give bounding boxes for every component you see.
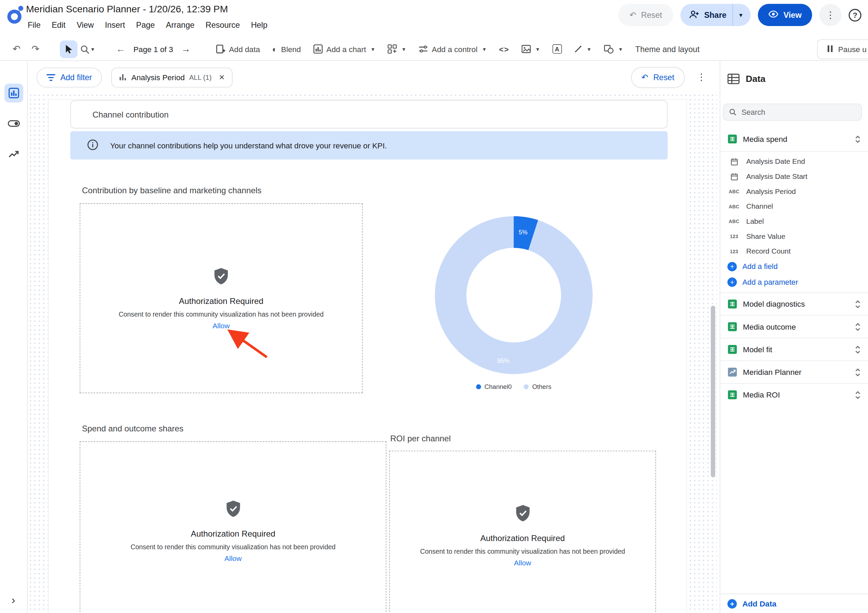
donut-svg bbox=[431, 212, 597, 378]
unfold-more-icon[interactable] bbox=[855, 345, 861, 354]
add-parameter-button[interactable]: + Add a parameter bbox=[720, 274, 868, 290]
embed-code-button[interactable]: <> bbox=[494, 40, 515, 59]
analysis-period-filter-chip[interactable]: Analysis Period ALL (1) ✕ bbox=[111, 67, 232, 87]
insert-text-button[interactable]: A bbox=[547, 40, 567, 59]
menu-view[interactable]: View bbox=[71, 18, 99, 31]
canvas-scrollbar[interactable] bbox=[711, 306, 715, 477]
legend-label-channel0: Channel0 bbox=[484, 383, 512, 390]
menu-help[interactable]: Help bbox=[245, 18, 273, 31]
view-button[interactable]: View bbox=[758, 4, 812, 26]
rail-report-charts-button[interactable] bbox=[4, 84, 23, 102]
chevron-down-icon: ▼ bbox=[90, 46, 95, 52]
legend-item-others[interactable]: Others bbox=[524, 383, 551, 390]
contribution-visualization-placeholder[interactable]: Authorization Required Consent to render… bbox=[80, 203, 363, 393]
search-icon bbox=[729, 108, 736, 116]
field-analysis-date-start[interactable]: Analysis Date Start bbox=[720, 169, 868, 184]
page-indicator[interactable]: Page 1 of 3 bbox=[130, 45, 176, 53]
report-title[interactable]: Meridian Scenario Planner - 1/20/26, 12:… bbox=[26, 3, 228, 15]
collapse-icon[interactable] bbox=[855, 135, 861, 143]
allow-link[interactable]: Allow bbox=[224, 554, 242, 562]
field-share-value[interactable]: 123 Share Value bbox=[720, 228, 868, 244]
source-media-outcome[interactable]: Media outcome bbox=[720, 315, 868, 338]
undo-button[interactable]: ↶ bbox=[8, 40, 26, 58]
zoom-tool-button[interactable]: ▼ bbox=[78, 40, 96, 58]
field-analysis-period[interactable]: ABC Analysis Period bbox=[720, 184, 868, 199]
source-name: Media outcome bbox=[743, 323, 796, 331]
menu-page[interactable]: Page bbox=[130, 18, 160, 31]
insert-image-button[interactable]: ▼ bbox=[516, 40, 546, 59]
legend-item-channel0[interactable]: Channel0 bbox=[476, 383, 512, 390]
info-banner: Your channel contributions help you unde… bbox=[70, 131, 668, 159]
unfold-more-icon[interactable] bbox=[855, 391, 861, 399]
add-data-source-button[interactable]: + Add Data bbox=[720, 593, 868, 613]
add-control-button[interactable]: Add a control ▼ bbox=[413, 40, 493, 59]
donut-chart[interactable]: 5% 95% Channel0 Others bbox=[431, 212, 597, 390]
add-data-label: Add Data bbox=[742, 599, 776, 608]
prev-page-button[interactable]: ← bbox=[112, 40, 129, 58]
insert-line-button[interactable]: ▼ bbox=[568, 40, 597, 59]
menu-resource[interactable]: Resource bbox=[200, 18, 246, 31]
add-chart-button[interactable]: Add a chart ▼ bbox=[308, 40, 381, 59]
menu-arrange[interactable]: Arrange bbox=[160, 18, 200, 31]
field-record-count[interactable]: 123 Record Count bbox=[720, 244, 868, 259]
add-field-button[interactable]: + Add a field bbox=[720, 259, 868, 274]
source-media-roi[interactable]: Media ROI bbox=[720, 383, 868, 406]
add-community-widget-button[interactable]: ▼ bbox=[382, 40, 412, 59]
menu-file[interactable]: File bbox=[22, 18, 46, 31]
field-channel[interactable]: ABC Channel bbox=[720, 199, 868, 214]
filter-reset-button[interactable]: ↶ Reset bbox=[631, 67, 685, 88]
help-button[interactable]: ? bbox=[848, 9, 861, 21]
add-data-icon bbox=[216, 44, 225, 53]
bar-chart-icon bbox=[119, 74, 127, 81]
data-icon bbox=[728, 74, 740, 84]
channel-contribution-card[interactable]: Channel contribution bbox=[70, 100, 668, 129]
search-input[interactable] bbox=[742, 108, 856, 116]
add-parameter-label: Add a parameter bbox=[742, 278, 798, 286]
unfold-more-icon[interactable] bbox=[855, 323, 861, 331]
remove-filter-icon[interactable]: ✕ bbox=[219, 73, 225, 81]
roi-visualization-placeholder[interactable]: Authorization Required Consent to render… bbox=[389, 451, 656, 613]
add-filter-button[interactable]: Add filter bbox=[37, 67, 102, 87]
chevron-down-icon: ▼ bbox=[401, 46, 406, 52]
primary-source-row[interactable]: Media spend bbox=[720, 129, 868, 149]
rail-expand-button[interactable]: › bbox=[0, 593, 27, 607]
add-chart-icon bbox=[313, 44, 322, 53]
menu-edit[interactable]: Edit bbox=[46, 18, 71, 31]
source-model-fit[interactable]: Model fit bbox=[720, 338, 868, 360]
field-name: Label bbox=[746, 217, 764, 225]
menu-insert[interactable]: Insert bbox=[99, 18, 130, 31]
annotation-arrow bbox=[224, 325, 275, 363]
next-page-button[interactable]: → bbox=[177, 40, 195, 58]
share-label: Share bbox=[704, 11, 727, 20]
allow-link[interactable]: Allow bbox=[514, 559, 531, 567]
rail-trend-button[interactable] bbox=[4, 144, 23, 163]
roi-section-title: ROI per channel bbox=[390, 433, 451, 443]
theme-layout-button[interactable]: Theme and layout bbox=[629, 40, 705, 59]
insert-shape-button[interactable]: ▼ bbox=[598, 40, 629, 59]
unfold-more-icon[interactable] bbox=[855, 300, 861, 308]
data-panel-title: Data bbox=[746, 74, 766, 84]
field-name: Record Count bbox=[746, 247, 791, 255]
add-data-button[interactable]: Add data bbox=[210, 40, 266, 59]
rail-controls-button[interactable] bbox=[4, 114, 23, 133]
redo-button[interactable]: ↷ bbox=[27, 40, 45, 58]
field-analysis-date-end[interactable]: Analysis Date End bbox=[720, 154, 868, 169]
source-model-diagnostics[interactable]: Model diagnostics bbox=[720, 292, 868, 315]
chart-legend: Channel0 Others bbox=[431, 383, 597, 390]
source-meridian-planner[interactable]: Meridian Planner bbox=[720, 360, 868, 383]
field-label[interactable]: ABC Label bbox=[720, 214, 868, 229]
pause-updates-button[interactable]: Pause u bbox=[817, 39, 868, 59]
legend-label-others: Others bbox=[532, 383, 552, 390]
more-options-button[interactable]: ⋮ bbox=[819, 4, 842, 26]
unfold-more-icon[interactable] bbox=[855, 368, 861, 376]
header-reset-button[interactable]: ↶ Reset bbox=[618, 4, 673, 26]
blend-button[interactable]: ◐ Blend bbox=[267, 40, 306, 59]
select-tool-button[interactable] bbox=[60, 40, 78, 58]
spend-visualization-placeholder[interactable]: Authorization Required Consent to render… bbox=[80, 441, 386, 613]
share-dropdown-button[interactable]: ▼ bbox=[733, 4, 751, 26]
add-field-label: Add a field bbox=[742, 262, 778, 270]
share-button[interactable]: Share ▼ bbox=[680, 4, 751, 26]
person-add-icon bbox=[689, 9, 699, 20]
data-search-box[interactable] bbox=[723, 104, 862, 121]
filter-more-button[interactable]: ⋮ bbox=[694, 71, 709, 83]
